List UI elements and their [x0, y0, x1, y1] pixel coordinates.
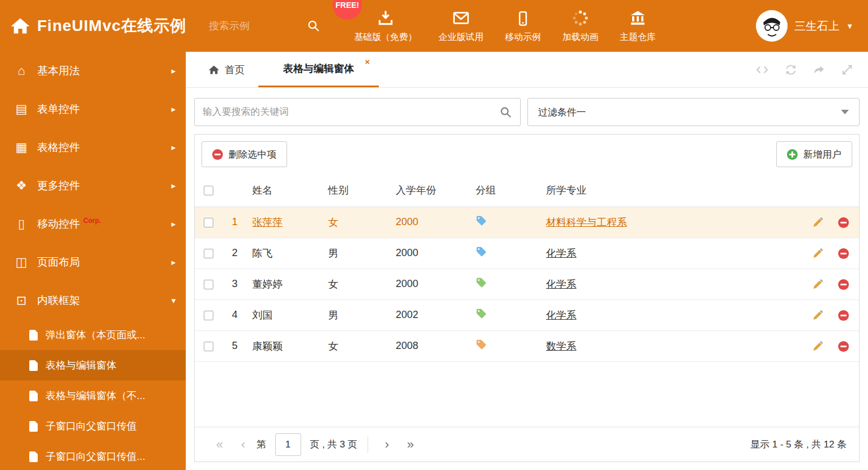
grid-toolbar: 删除选中项 新增用户: [195, 135, 859, 174]
delete-icon[interactable]: [838, 217, 849, 228]
home-icon: [208, 64, 220, 75]
row-checkbox[interactable]: [204, 280, 213, 289]
tab-grid-edit-window[interactable]: 表格与编辑窗体 ×: [258, 52, 379, 87]
edit-icon[interactable]: [812, 310, 823, 321]
name-link[interactable]: 刘国: [252, 310, 272, 321]
sidebar-item-more-controls[interactable]: ❖ 更多控件 ▸: [0, 167, 186, 205]
download-icon: [377, 8, 394, 26]
brand[interactable]: FineUIMvc在线示例: [0, 15, 186, 37]
delete-selected-button[interactable]: 删除选中项: [202, 141, 287, 167]
row-checkbox[interactable]: [204, 342, 213, 351]
table-row[interactable]: 2 陈飞 男 2000 化学系: [195, 238, 859, 268]
edit-icon[interactable]: [812, 279, 823, 290]
search-icon[interactable]: [499, 106, 512, 119]
delete-icon[interactable]: [838, 341, 849, 352]
layout-icon: ◫: [12, 255, 30, 270]
user-menu[interactable]: 三生石上 ▼: [756, 10, 853, 42]
add-button-label: 新增用户: [803, 148, 842, 161]
major-link[interactable]: 化学系: [546, 310, 576, 321]
column-year: 入学年份: [391, 174, 471, 207]
sidebar-subitem-child-to-parent-2[interactable]: 子窗口向父窗口传值...: [0, 441, 186, 470]
sidebar-item-basic-usage[interactable]: ⌂ 基本用法 ▸: [0, 52, 186, 90]
edit-icon[interactable]: [812, 248, 823, 259]
nav-item-theme-repo[interactable]: 主题仓库: [620, 8, 656, 43]
grid-panel: 删除选中项 新增用户: [194, 134, 860, 462]
sidebar-subitem-label: 表格与编辑窗体: [46, 359, 117, 372]
refresh-button[interactable]: [785, 64, 797, 76]
expand-button[interactable]: [841, 64, 853, 76]
name-link[interactable]: 董婷婷: [252, 279, 283, 290]
major-link[interactable]: 材料科学与工程系: [546, 217, 627, 228]
chevron-right-icon: ▸: [171, 66, 176, 76]
table-row[interactable]: 5 康颖颖 女 2008 数学系: [195, 330, 859, 361]
major-link[interactable]: 化学系: [546, 279, 576, 290]
add-user-button[interactable]: 新增用户: [776, 141, 852, 167]
sidebar-subitem-grid-edit-window-2[interactable]: 表格与编辑窗体（不...: [0, 381, 186, 411]
nav-item-basic-edition[interactable]: FREE! 基础版（免费）: [354, 8, 417, 43]
delete-icon[interactable]: [838, 279, 849, 290]
nav-label: 基础版（免费）: [354, 32, 417, 43]
header-search-input[interactable]: [209, 20, 299, 32]
chevron-right-icon: ▸: [171, 104, 176, 114]
major-link[interactable]: 数学系: [546, 341, 576, 352]
sidebar-item-grid-controls[interactable]: ▦ 表格控件 ▸: [0, 128, 186, 167]
delete-button-label: 删除选中项: [229, 148, 276, 161]
name-link[interactable]: 张萍萍: [252, 217, 283, 228]
sidebar-subitem-popup-window[interactable]: 弹出窗体（本页面或...: [0, 320, 186, 350]
close-icon[interactable]: ×: [365, 57, 370, 66]
edit-icon[interactable]: [812, 341, 823, 352]
name-link[interactable]: 陈飞: [252, 248, 272, 259]
filter-dropdown[interactable]: 过滤条件一: [527, 98, 860, 126]
home-logo-icon: [10, 16, 30, 36]
home-icon: ⌂: [12, 64, 30, 78]
nav-item-mobile-demo[interactable]: 移动示例: [505, 8, 541, 43]
next-page-button[interactable]: ›: [376, 438, 398, 451]
header-nav: FREE! 基础版（免费） 企业版试用 移动示例: [354, 8, 656, 43]
chevron-right-icon: ▸: [171, 257, 176, 267]
row-checkbox[interactable]: [204, 218, 213, 227]
sidebar-item-form-controls[interactable]: ▤ 表单控件 ▸: [0, 90, 186, 128]
row-checkbox[interactable]: [204, 311, 213, 320]
table-row[interactable]: 4 刘国 男 2002 化学系: [195, 299, 859, 330]
table-row[interactable]: 1 张萍萍 女 2000 材料科学与工程系: [195, 207, 859, 238]
page-content: 过滤条件一 删除选中项 新增用户: [186, 88, 868, 470]
select-all-checkbox[interactable]: [204, 186, 213, 195]
sidebar-subitem-child-to-parent[interactable]: 子窗口向父窗口传值: [0, 411, 186, 441]
tab-home[interactable]: 首页: [195, 52, 258, 87]
tab-tools: [755, 52, 868, 87]
nav-item-loading-animation[interactable]: 加载动画: [562, 8, 598, 43]
year-cell: 2002: [391, 299, 471, 330]
row-number: 5: [222, 330, 248, 361]
row-number: 4: [222, 299, 248, 330]
avatar: [756, 10, 788, 42]
sidebar-item-inline-frame[interactable]: ⊡ 内联框架 ▾: [0, 281, 186, 320]
tag-icon: [476, 339, 487, 350]
page-number-input[interactable]: [275, 433, 301, 456]
header-search: [209, 19, 320, 33]
sidebar-item-page-layout[interactable]: ◫ 页面布局 ▸: [0, 243, 186, 281]
free-badge: FREE!: [333, 0, 362, 20]
major-link[interactable]: 化学系: [546, 248, 576, 259]
user-name: 三生石上: [794, 19, 839, 34]
sidebar-subitem-grid-edit-window[interactable]: 表格与编辑窗体: [0, 350, 186, 381]
first-page-button[interactable]: «: [207, 438, 232, 451]
source-code-button[interactable]: [755, 64, 769, 76]
nav-label: 移动示例: [505, 32, 541, 43]
sidebar-subitem-label: 表格与编辑窗体（不...: [46, 389, 145, 402]
table-row[interactable]: 3 董婷婷 女 2000 化学系: [195, 268, 859, 299]
nav-label: 主题仓库: [620, 32, 656, 43]
search-icon[interactable]: [307, 19, 320, 33]
delete-icon[interactable]: [838, 248, 849, 259]
name-link[interactable]: 康颖颖: [252, 341, 283, 352]
row-checkbox[interactable]: [204, 249, 213, 258]
last-page-button[interactable]: »: [398, 438, 423, 451]
share-button[interactable]: [813, 64, 825, 76]
page-label-prefix: 第: [257, 438, 266, 451]
nav-item-enterprise-trial[interactable]: 企业版试用: [439, 8, 484, 43]
delete-icon[interactable]: [838, 310, 849, 321]
keyword-search-input[interactable]: [203, 106, 494, 118]
edit-icon[interactable]: [812, 217, 823, 228]
year-cell: 2000: [391, 207, 471, 238]
prev-page-button[interactable]: ‹: [232, 438, 254, 451]
sidebar-item-mobile-controls[interactable]: ▯ 移动控件 Corp. ▸: [0, 205, 186, 243]
